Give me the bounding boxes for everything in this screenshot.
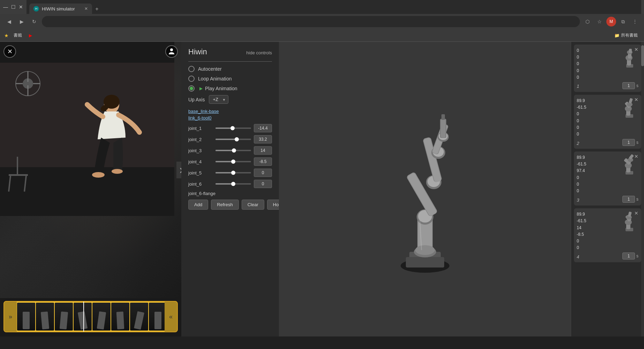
- minimize-button[interactable]: —: [3, 4, 8, 10]
- bookmark-star[interactable]: ☆: [594, 17, 604, 26]
- new-tab-button[interactable]: +: [92, 4, 102, 14]
- joint-3-value: 14: [254, 146, 272, 155]
- timeline-left-button[interactable]: »: [4, 302, 17, 332]
- close-button[interactable]: ✕: [18, 4, 24, 10]
- joint-row-2: joint_2 33.2: [188, 135, 272, 144]
- flange-label: joint_6-flange: [188, 191, 272, 196]
- close-video-button[interactable]: ✕: [3, 45, 16, 58]
- extensions-button[interactable]: ⧉: [618, 17, 628, 26]
- scrollbar-thumb[interactable]: [641, 45, 644, 66]
- back-button[interactable]: ◀: [4, 17, 14, 26]
- up-axis-label: Up Axis: [188, 97, 205, 102]
- robot-scene: [279, 42, 571, 336]
- timeline-frame[interactable]: [36, 303, 54, 331]
- keyframe-card-2: ✕ 89.9 -61.5 0 0 0 0: [574, 95, 641, 149]
- bookmarks-star-icon: ★: [4, 33, 9, 38]
- joint-1-value: -14.4: [254, 124, 272, 132]
- profile-button[interactable]: M: [606, 17, 616, 26]
- left-panel: ✕ ❯ »: [0, 42, 181, 336]
- tab-close-button[interactable]: ✕: [84, 6, 88, 11]
- svg-point-25: [415, 245, 435, 255]
- keyframe-2-footer: 2 s: [577, 139, 638, 146]
- timeline-frame[interactable]: [17, 303, 35, 331]
- video-placeholder: ✕ ❯: [0, 42, 181, 298]
- timeline-frame[interactable]: [111, 303, 129, 331]
- video-person-overlay: [165, 45, 178, 58]
- reload-button[interactable]: ↻: [29, 17, 39, 26]
- keyframe-card-3: ✕ 89.9 -61.5 97.4 0 0 0: [574, 152, 641, 205]
- joint-1-slider[interactable]: [215, 127, 251, 129]
- play-icon: ▶: [198, 86, 204, 91]
- keyframe-1-time-input[interactable]: [622, 82, 635, 89]
- title-bar: — ☐ ✕ H HIWIN simulator ✕ +: [0, 0, 644, 14]
- loop-animation-radio[interactable]: [188, 76, 195, 82]
- timeline-area: » «: [3, 301, 178, 332]
- folder-icon: 📁: [614, 33, 620, 38]
- timeline-playhead: [83, 302, 84, 332]
- loop-animation-row: Loop Animation: [188, 76, 272, 82]
- joint-4-label: joint_4: [188, 159, 213, 164]
- svg-point-53: [627, 102, 632, 107]
- home-button[interactable]: Home: [267, 200, 279, 210]
- joint-5-slider[interactable]: [215, 172, 251, 173]
- timeline-frame[interactable]: [130, 303, 148, 331]
- keyframe-1-index: 1: [577, 84, 579, 89]
- youtube-icon: ▶: [29, 33, 32, 38]
- timeline-frame[interactable]: [92, 303, 111, 331]
- tab-bar: H HIWIN simulator ✕ +: [26, 0, 641, 14]
- hide-controls-link[interactable]: hide controls: [246, 50, 272, 55]
- robot-viewport[interactable]: [279, 42, 571, 336]
- up-axis-row: Up Axis +Z: [188, 95, 272, 104]
- cast-button[interactable]: ⬡: [583, 17, 592, 26]
- timeline-right-button[interactable]: «: [165, 302, 177, 332]
- autocenter-radio[interactable]: [188, 66, 195, 72]
- bookmarks-folder[interactable]: 書籤: [12, 32, 24, 39]
- joint-4-slider[interactable]: [215, 161, 251, 162]
- link-list: base_link-base link_6-tool0: [188, 109, 272, 121]
- person-button[interactable]: [165, 45, 178, 58]
- timeline-frame[interactable]: [55, 303, 73, 331]
- keyframe-2-s: s: [636, 140, 638, 145]
- keyframe-1-footer: 1 s: [577, 82, 638, 89]
- play-animation-label: Play Animation: [205, 86, 237, 91]
- maximize-button[interactable]: ☐: [10, 4, 16, 10]
- keyframe-2-time: s: [622, 139, 638, 146]
- keyframe-4-time-input[interactable]: [622, 253, 635, 259]
- scrollbar-track: [641, 42, 644, 336]
- svg-point-17: [112, 169, 123, 174]
- joint-5-label: joint_5: [188, 170, 213, 176]
- joint-row-4: joint_4 -8.5: [188, 157, 272, 166]
- video-close-overlay: ✕: [3, 45, 16, 58]
- add-button[interactable]: Add: [188, 200, 208, 210]
- more-button[interactable]: ⋮: [630, 17, 640, 26]
- forward-button[interactable]: ▶: [17, 17, 26, 26]
- side-arrow-button[interactable]: ❯: [176, 162, 181, 178]
- joint-3-slider[interactable]: [215, 150, 251, 151]
- joint-2-slider[interactable]: [215, 139, 251, 140]
- svg-rect-21: [406, 257, 444, 267]
- keyframe-3-time-input[interactable]: [622, 196, 635, 203]
- keyframe-1-s: s: [636, 83, 638, 88]
- mini-robot-3: [619, 154, 638, 176]
- all-bookmarks-label: 所有書籤: [621, 32, 638, 38]
- active-tab[interactable]: H HIWIN simulator ✕: [29, 3, 92, 14]
- timeline-frame[interactable]: [74, 303, 92, 331]
- keyframe-4-robot-preview: [619, 210, 638, 234]
- base-link[interactable]: base_link-base: [188, 109, 272, 114]
- all-bookmarks[interactable]: 📁 所有書籤: [612, 32, 640, 39]
- timeline-frame[interactable]: [149, 303, 165, 331]
- keyframe-2-time-input[interactable]: [622, 139, 635, 146]
- youtube-bookmark[interactable]: ▶: [27, 32, 34, 39]
- video-area: ✕ ❯: [0, 42, 181, 298]
- svg-point-18: [170, 48, 173, 51]
- address-bar[interactable]: [42, 16, 580, 27]
- joint-6-slider[interactable]: [215, 183, 251, 185]
- svg-rect-48: [629, 49, 632, 53]
- keyframe-4-s: s: [636, 254, 638, 258]
- up-axis-select[interactable]: +Z: [209, 95, 228, 104]
- play-animation-radio[interactable]: [188, 85, 195, 92]
- tool-link[interactable]: link_6-tool0: [188, 115, 272, 121]
- keyframe-3-robot-preview: [619, 154, 638, 178]
- clear-button[interactable]: Clear: [242, 200, 264, 210]
- refresh-button[interactable]: Refresh: [211, 200, 239, 210]
